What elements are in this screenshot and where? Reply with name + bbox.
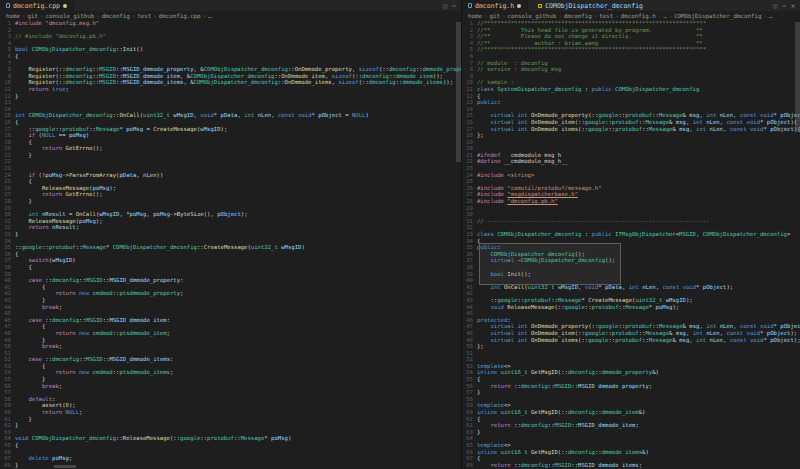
line-number[interactable]: 6 (462, 53, 477, 60)
code-line[interactable]: 67{ (462, 455, 800, 462)
split-editor-icon[interactable]: ◫ (443, 2, 447, 10)
line-number[interactable]: 13 (0, 99, 15, 106)
line-number[interactable]: 13 (462, 99, 477, 106)
line-number[interactable]: 39 (462, 271, 477, 278)
code-line[interactable]: 1//*************************************… (462, 20, 800, 27)
breadcrumb-item[interactable]: … (208, 13, 212, 19)
line-number[interactable]: 57 (0, 389, 15, 396)
code-line[interactable]: 45 (0, 310, 461, 317)
code-line[interactable]: 7// module : dmconfig (462, 60, 800, 67)
breadcrumb-item[interactable]: console_github (45, 13, 94, 19)
code-line[interactable]: 66inline uint16_t GetMsgID(::dmconfig::d… (462, 449, 800, 456)
breadcrumb-item[interactable]: home (468, 13, 482, 19)
tab-dmconfig-cpp[interactable]: dmconfig.cpp (0, 0, 74, 11)
line-number[interactable]: 17 (0, 126, 15, 133)
code-line[interactable]: 18}; (462, 132, 800, 139)
code-line[interactable]: 19 { (0, 139, 461, 146)
code-line[interactable]: 41 { (0, 284, 461, 291)
breadcrumb-item[interactable]: dmconfig (102, 13, 130, 19)
line-number[interactable]: 33 (462, 231, 477, 238)
code-line[interactable]: 39 (0, 271, 461, 278)
line-number[interactable]: 9 (462, 73, 477, 80)
line-number[interactable]: 8 (462, 66, 477, 73)
line-number[interactable]: 42 (0, 290, 15, 297)
line-number[interactable]: 55 (462, 376, 477, 383)
line-number[interactable]: 56 (462, 383, 477, 390)
line-number[interactable]: 63 (0, 429, 15, 436)
line-number[interactable]: 31 (462, 218, 477, 225)
line-number[interactable]: 35 (0, 244, 15, 251)
code-line[interactable]: 10// sample : (462, 79, 800, 86)
line-number[interactable]: 56 (0, 383, 15, 390)
breadcrumb-item[interactable]: COMObjDispatcher_dmconfig (674, 13, 761, 19)
code-line[interactable]: 5bool COMObjDispatcher_dmconfig::Init() (0, 46, 461, 53)
line-number[interactable]: 33 (0, 231, 15, 238)
line-number[interactable]: 43 (462, 297, 477, 304)
code-line[interactable]: 8 Register(::dmconfig::MSGID::MSGID_dmmo… (0, 66, 461, 73)
code-line[interactable]: 26 ReleaseMessage(poMsg); (0, 185, 461, 192)
breadcrumb-right[interactable]: home›git›console_github›dmconfig›test›dm… (462, 11, 800, 20)
code-line[interactable]: 43 ::google::protobuf::Message* CreateMe… (462, 297, 800, 304)
more-actions-icon[interactable]: ⋯ (782, 2, 786, 10)
code-line[interactable]: 67 delete poMsg; (0, 455, 461, 462)
line-number[interactable]: 50 (462, 343, 477, 350)
line-number[interactable]: 41 (462, 284, 477, 291)
line-number[interactable]: 29 (0, 205, 15, 212)
line-number[interactable]: 25 (0, 178, 15, 185)
code-line[interactable]: 64void COMObjDispatcher_dmconfig::Releas… (0, 435, 461, 442)
line-number[interactable]: 21 (0, 152, 15, 159)
line-number[interactable]: 22 (0, 158, 15, 165)
code-editor-right[interactable]: 1//*************************************… (462, 20, 800, 469)
code-line[interactable]: 42 return new cmdmod::ptsdmmode_property… (0, 290, 461, 297)
line-number[interactable]: 32 (462, 224, 477, 231)
code-line[interactable]: 38 { (0, 264, 461, 271)
line-number[interactable]: 47 (0, 323, 15, 330)
code-line[interactable]: 48 virtual int OnDmmode_item(::google::p… (462, 330, 800, 337)
line-number[interactable]: 40 (0, 277, 15, 284)
code-line[interactable]: 42 (462, 290, 800, 297)
code-line[interactable]: 36 COMObjDispatcher_dmconfig(); (462, 251, 800, 258)
line-number[interactable]: 32 (0, 224, 15, 231)
line-number[interactable]: 58 (462, 396, 477, 403)
breadcrumb-item[interactable]: … (769, 13, 773, 19)
code-line[interactable]: 34{ (462, 238, 800, 245)
code-editor-left[interactable]: 1#include "dmconfig.msg.h"23// #include … (0, 20, 461, 469)
line-number[interactable]: 66 (0, 449, 15, 456)
line-number[interactable]: 23 (0, 165, 15, 172)
code-line[interactable]: 61 } (0, 416, 461, 423)
line-number[interactable]: 1 (462, 20, 477, 27)
line-number[interactable]: 59 (462, 402, 477, 409)
code-line[interactable]: 17 virtual int OnDmmode_items(::google::… (462, 126, 800, 133)
line-number[interactable]: 23 (462, 165, 477, 172)
code-line[interactable]: 63} (462, 429, 800, 436)
line-number[interactable]: 17 (462, 126, 477, 133)
sticky-symbol[interactable]: COMObjDispatcher_dmconfig (538, 0, 643, 11)
code-line[interactable]: 6{ (0, 53, 461, 60)
line-number[interactable]: 55 (0, 376, 15, 383)
line-number[interactable]: 36 (0, 251, 15, 258)
line-number[interactable]: 35 (462, 244, 477, 251)
line-number[interactable]: 6 (0, 53, 15, 60)
line-number[interactable]: 46 (462, 317, 477, 324)
code-line[interactable]: 22#define __cmdmodule_msg_h__ (462, 158, 800, 165)
code-line[interactable]: 26#include "comutil/protobuf/message.h" (462, 185, 800, 192)
line-number[interactable]: 9 (0, 73, 15, 80)
code-line[interactable]: 3// #include "dmconfig.pb.h" (0, 33, 461, 40)
line-number[interactable]: 16 (462, 119, 477, 126)
breadcrumb-item[interactable]: test (599, 13, 613, 19)
code-line[interactable]: 51 (0, 350, 461, 357)
code-line[interactable]: 40 (462, 277, 800, 284)
code-line[interactable]: 20 (462, 145, 800, 152)
breadcrumb-item[interactable]: console_github (507, 13, 556, 19)
code-line[interactable]: 30 int nResult = OnCall(wMsgID, *poMsg, … (0, 211, 461, 218)
code-line[interactable]: 40 case ::dmconfig::MSGID::MSGID_dmmode_… (0, 277, 461, 284)
line-number[interactable]: 61 (0, 416, 15, 423)
code-line[interactable]: 35::google::protobuf::Message* COMObjDis… (0, 244, 461, 251)
code-line[interactable]: 1#include "dmconfig.msg.h" (0, 20, 461, 27)
code-line[interactable]: 50 break; (0, 343, 461, 350)
line-number[interactable]: 52 (0, 356, 15, 363)
line-number[interactable]: 39 (0, 271, 15, 278)
line-number[interactable]: 34 (0, 238, 15, 245)
line-number[interactable]: 1 (0, 20, 15, 27)
code-line[interactable]: 51 (462, 350, 800, 357)
